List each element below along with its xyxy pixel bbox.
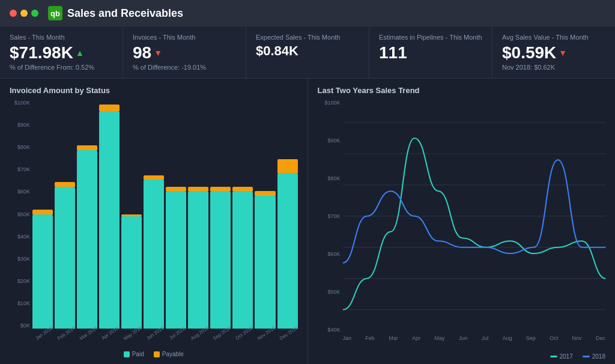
kpi-invoices-sub: % of Difference: -19.01% <box>133 64 236 71</box>
bar-paid-segment <box>255 196 275 329</box>
bar-y-label: $10K <box>10 300 30 306</box>
line-chart-svg-area: $40K$50K$60K$70K$80K$90K$100K <box>318 100 606 333</box>
minimize-button[interactable] <box>20 10 28 17</box>
bar-payable-segment <box>166 187 186 192</box>
bar-y-label: $0K <box>10 323 30 329</box>
bar-group <box>144 100 164 329</box>
legend-2017-label: 2017 <box>560 353 573 360</box>
kpi-expected-value: $0.84K <box>256 43 359 59</box>
line-x-label: May <box>434 335 444 341</box>
line-chart-title: Last Two Years Sales Trend <box>318 86 606 95</box>
payable-color <box>154 351 160 357</box>
bar-paid-segment <box>144 180 164 329</box>
legend-paid: Paid <box>124 351 144 357</box>
kpi-expected: Expected Sales - This Month $0.84K <box>246 26 369 78</box>
kpi-invoices: Invoices - This Month 98 ▼ % of Differen… <box>123 26 246 78</box>
charts-area: Invoiced Amount by Status $0K$10K$20K$30… <box>0 79 615 364</box>
legend-payable-label: Payable <box>162 351 184 357</box>
bar-legend: Paid Payable <box>10 351 298 357</box>
bar-payable-segment <box>99 105 120 111</box>
line-x-label: Jan <box>343 335 352 341</box>
bar-chart-container: $0K$10K$20K$30K$40K$50K$60K$70K$80K$90K$… <box>10 100 298 357</box>
line-x-label: Mar <box>389 335 398 341</box>
line-x-label: Nov <box>572 335 582 341</box>
line-y-label: $80K <box>318 175 341 181</box>
bar-y-label: $20K <box>10 278 30 284</box>
bar-payable-segment <box>77 145 97 150</box>
bar-group <box>232 100 253 329</box>
line-x-label: Aug <box>503 335 512 341</box>
bar-y-label: $60K <box>10 189 30 195</box>
legend-2018: 2018 <box>583 353 605 360</box>
legend-paid-label: Paid <box>132 351 144 357</box>
bar-chart-title: Invoiced Amount by Status <box>10 86 298 95</box>
kpi-avg-value: $0.59K ▼ <box>502 43 605 62</box>
bar-y-label: $40K <box>10 234 30 240</box>
trend-down-icon: ▼ <box>154 48 162 58</box>
bar-group <box>166 100 186 329</box>
kpi-sales-sub: % of Difference From: 0.52% <box>10 64 113 71</box>
line-y-label: $60K <box>318 251 341 257</box>
title-bar: qb Sales and Receivables <box>0 0 615 26</box>
bar-paid-segment <box>188 191 208 329</box>
line-2017-color <box>550 356 557 357</box>
qb-icon: qb <box>48 6 62 20</box>
maximize-button[interactable] <box>31 10 38 17</box>
kpi-estimates-label: Estimates in Pipelines - This Month <box>379 34 482 41</box>
bar-payable-segment <box>210 187 231 192</box>
line-x-label: Sep <box>526 335 536 341</box>
kpi-sales-label: Sales - This Month <box>10 34 113 41</box>
line-x-label: Jul <box>482 335 489 341</box>
bar-group <box>121 100 142 329</box>
bar-paid-segment <box>166 191 186 329</box>
bar-y-label: $100K <box>10 100 30 106</box>
kpi-invoices-label: Invoices - This Month <box>133 34 236 41</box>
line-x-label: Feb <box>365 335 375 341</box>
line-x-labels: JanFebMarAprMayJunJulAugSepOctNovDec <box>318 335 606 341</box>
bar-group <box>255 100 275 329</box>
bar-payable-segment <box>188 187 208 192</box>
bar-x-labels: Jan 2018Feb 2018Mar 2018Apr 2018May 2018… <box>10 331 298 336</box>
bar-paid-segment <box>232 191 253 329</box>
bar-group <box>99 100 120 329</box>
traffic-lights <box>10 10 38 17</box>
bar-chart-inner: $0K$10K$20K$30K$40K$50K$60K$70K$80K$90K$… <box>10 100 298 329</box>
bar-paid-segment <box>32 214 53 329</box>
kpi-sales-value: $71.98K ▲ <box>10 43 113 62</box>
line-y-label: $50K <box>318 289 341 295</box>
bar-y-label: $90K <box>10 122 30 128</box>
kpi-row: Sales - This Month $71.98K ▲ % of Differ… <box>0 26 615 79</box>
bar-paid-segment <box>121 216 142 329</box>
line-chart-svg <box>343 100 606 333</box>
bar-payable-segment <box>255 191 275 196</box>
line-legend: 2017 2018 <box>318 353 606 360</box>
kpi-estimates-value: 111 <box>379 43 482 62</box>
line-x-label: Oct <box>550 335 558 341</box>
bar-y-label: $50K <box>10 211 30 217</box>
bar-group <box>32 100 53 329</box>
legend-payable: Payable <box>154 351 184 357</box>
bar-y-label: $80K <box>10 144 30 150</box>
kpi-avg-label: Avg Sales Value - This Month <box>502 34 605 41</box>
kpi-avg: Avg Sales Value - This Month $0.59K ▼ No… <box>492 26 615 78</box>
bar-group <box>277 100 298 329</box>
avg-trend-down-icon: ▼ <box>559 48 567 58</box>
bar-payable-segment <box>232 187 253 192</box>
bar-paid-segment <box>99 111 120 329</box>
bar-payable-segment <box>55 182 75 187</box>
line-x-label: Dec <box>596 335 605 341</box>
line-chart-panel: Last Two Years Sales Trend $40K$50K$60K$… <box>308 79 616 364</box>
bar-payable-segment <box>144 175 164 180</box>
close-button[interactable] <box>10 10 17 17</box>
line-svg-container <box>343 100 606 333</box>
bars-area <box>32 100 298 329</box>
bar-group <box>77 100 97 329</box>
bar-y-label: $70K <box>10 166 30 172</box>
kpi-avg-sub: Nov 2018: $0.62K <box>502 64 605 71</box>
bar-y-axis: $0K$10K$20K$30K$40K$50K$60K$70K$80K$90K$… <box>10 100 32 329</box>
line-y-axis: $40K$50K$60K$70K$80K$90K$100K <box>318 100 343 333</box>
paid-color <box>124 351 130 357</box>
bar-group <box>188 100 208 329</box>
bar-chart-panel: Invoiced Amount by Status $0K$10K$20K$30… <box>0 79 308 364</box>
line-2018-color <box>583 356 590 357</box>
